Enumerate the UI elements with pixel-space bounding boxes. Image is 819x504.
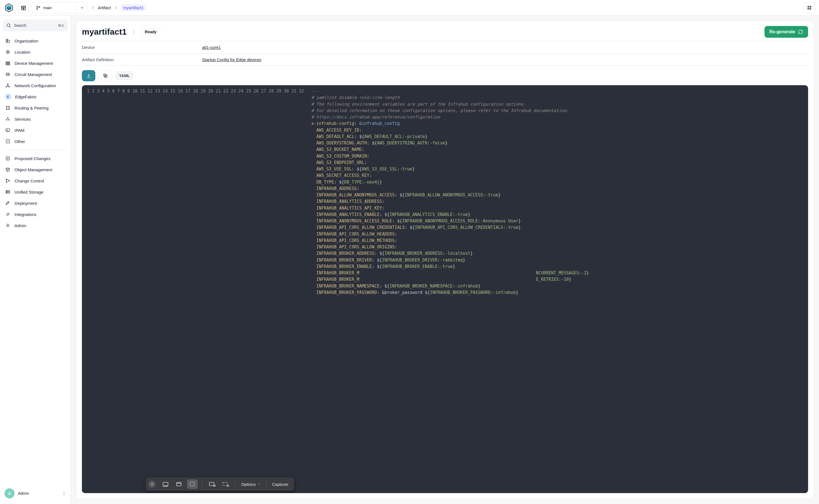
osbar-record-screen-button[interactable]	[207, 479, 217, 489]
svg-point-26	[6, 106, 7, 107]
svg-point-21	[9, 74, 10, 75]
badge-e-icon: E	[5, 94, 11, 100]
svg-rect-14	[8, 40, 9, 42]
artifact-title: myartifact1	[82, 27, 127, 37]
artifact-card: myartifact1 Ready Re-generate Deviceatl1…	[76, 21, 814, 499]
sidebar-item-network-configuration[interactable]: Network Configuration	[3, 80, 68, 91]
svg-rect-55	[177, 482, 181, 486]
sidebar-item-integrations[interactable]: Integrations	[3, 209, 68, 220]
device-icon	[5, 61, 11, 66]
record-screen-icon	[209, 482, 215, 487]
regenerate-button[interactable]: Re-generate	[765, 26, 808, 38]
osbar-selection-button[interactable]	[187, 479, 198, 489]
branch-selector[interactable]: main	[32, 2, 88, 13]
sidebar-account[interactable]: A Admin	[3, 486, 68, 501]
sidebar-item-routing-peering[interactable]: Routing & Peering	[3, 102, 68, 113]
sidebar-item-admin[interactable]: Admin	[3, 220, 68, 231]
sidebar-item-label: Deployment	[15, 201, 37, 206]
osbar-screen-button[interactable]	[160, 479, 171, 489]
svg-point-30	[8, 117, 8, 118]
os-capture-toolbar[interactable]: Options Capturer	[146, 477, 294, 491]
svg-rect-19	[6, 64, 10, 65]
more-vertical-icon	[132, 30, 136, 34]
meta-key: Device	[82, 45, 202, 50]
crumb-level1[interactable]: Artifact	[98, 5, 111, 10]
svg-point-7	[39, 6, 40, 7]
chevron-down-icon	[257, 482, 261, 486]
osbar-window-button[interactable]	[174, 479, 184, 489]
services-icon	[5, 117, 11, 122]
svg-point-11	[810, 8, 811, 9]
sidebar-item-label: Other	[15, 139, 25, 144]
sidebar-item-change-control[interactable]: Change Control	[3, 175, 68, 186]
sidebar-item-label: Location	[15, 50, 30, 54]
apps-icon	[807, 5, 812, 11]
svg-point-50	[134, 32, 134, 32]
account-menu-button[interactable]	[62, 491, 66, 496]
meta-value[interactable]: atl1-core1	[202, 45, 221, 50]
sidebar-item-circuit-management[interactable]: Circuit Management	[3, 69, 68, 80]
sidebar-item-deployment[interactable]: Deployment	[3, 198, 68, 209]
sidebar-item-label: IPAM	[15, 128, 25, 133]
copy-button[interactable]	[99, 70, 112, 81]
artifact-menu-button[interactable]	[130, 28, 137, 35]
svg-point-16	[7, 51, 8, 53]
sidebar-item-edgefabric[interactable]: EEdgeFabric	[3, 91, 68, 102]
sidebar-item-label: Routing & Peering	[15, 106, 49, 110]
osbar-record-selection-button[interactable]	[220, 479, 231, 489]
apps-button[interactable]	[803, 2, 816, 13]
sidebar-item-other[interactable]: Other	[3, 136, 68, 147]
sidebar-item-organization[interactable]: Organization	[3, 35, 68, 46]
refresh-icon	[798, 29, 803, 34]
sidebar-item-label: Unified Storage	[15, 190, 43, 194]
download-button[interactable]	[82, 70, 95, 81]
proposed-icon	[5, 156, 11, 161]
copy-icon	[103, 73, 108, 78]
main-content: myartifact1 Ready Re-generate Deviceatl1…	[71, 16, 819, 504]
topbar: main / Artifact / myartifact1	[0, 0, 819, 16]
svg-point-42	[7, 192, 7, 193]
svg-rect-57	[209, 482, 214, 486]
osbar-options-button[interactable]: Options	[238, 482, 263, 487]
svg-point-6	[37, 8, 37, 9]
avatar: A	[4, 488, 15, 498]
svg-rect-56	[190, 482, 194, 486]
sidebar-item-proposed-changes[interactable]: Proposed Changes	[3, 153, 68, 164]
svg-rect-17	[6, 62, 10, 63]
osbar-close-button[interactable]	[148, 481, 156, 488]
sidebar-item-services[interactable]: Services	[3, 113, 68, 125]
history-button[interactable]	[18, 2, 29, 13]
search-icon	[6, 23, 11, 28]
change-icon	[5, 178, 11, 183]
branch-caret[interactable]	[76, 2, 87, 13]
app-logo[interactable]	[3, 2, 15, 13]
status-badge: Ready	[141, 28, 160, 35]
meta-row: Deviceatl1-core1	[82, 41, 808, 53]
sidebar-item-label: Device Management	[15, 61, 53, 66]
meta-value[interactable]: Startup Config for Edge devices	[202, 57, 261, 62]
sidebar-item-ipam[interactable]: IPAM	[3, 125, 68, 136]
svg-point-43	[8, 202, 8, 203]
sidebar-item-label: Proposed Changes	[15, 156, 50, 161]
code-block[interactable]: 1 2 3 4 5 6 7 8 9 10 11 12 13 14 15 16 1…	[82, 85, 808, 493]
crumb-sep: /	[114, 6, 118, 10]
osbar-capture-button[interactable]: Capturer	[269, 482, 291, 487]
window-icon	[176, 482, 182, 487]
format-badge: YAML	[115, 72, 133, 80]
account-label: Admin	[18, 491, 29, 496]
meta-key: Artifact Definition	[82, 57, 202, 62]
svg-rect-9	[810, 6, 811, 7]
crumb-level2[interactable]: myartifact1	[121, 4, 146, 11]
svg-point-37	[6, 182, 7, 183]
sidebar-item-object-management[interactable]: Object Management	[3, 164, 68, 175]
search-input[interactable]: Search ⌘K	[3, 20, 68, 31]
svg-rect-54	[163, 482, 168, 486]
more-vertical-icon	[62, 491, 66, 496]
svg-point-47	[64, 493, 64, 494]
integrations-icon	[5, 212, 11, 217]
svg-point-51	[134, 33, 134, 34]
sidebar-item-location[interactable]: Location	[3, 46, 68, 58]
sidebar-item-device-management[interactable]: Device Management	[3, 58, 68, 69]
svg-point-46	[64, 492, 64, 492]
sidebar-item-unified-storage[interactable]: Unified Storage	[3, 186, 68, 198]
